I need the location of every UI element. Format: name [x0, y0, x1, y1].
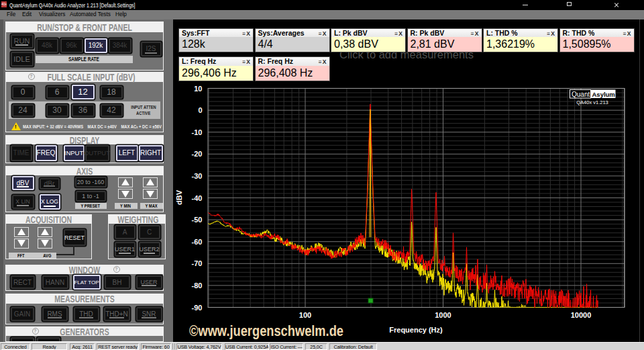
svg-text:QA40x v1.213: QA40x v1.213	[576, 99, 608, 105]
svg-text:-70: -70	[192, 259, 203, 267]
svg-text:0: 0	[198, 106, 202, 114]
svg-text:Quant: Quant	[572, 91, 590, 98]
svg-text:10000: 10000	[571, 311, 592, 319]
svg-text:dBV: dBV	[175, 189, 183, 205]
svg-text:©www.juergenschwelm.de: ©www.juergenschwelm.de	[189, 323, 343, 339]
svg-text:-20: -20	[192, 150, 203, 158]
svg-text:Frequency (Hz): Frequency (Hz)	[389, 326, 443, 334]
svg-text:-10: -10	[192, 128, 203, 136]
svg-text:100: 100	[299, 311, 311, 319]
svg-text:Asylum: Asylum	[592, 91, 615, 98]
svg-text:1000: 1000	[435, 311, 451, 319]
svg-text:-30: -30	[192, 172, 203, 180]
svg-text:10: 10	[194, 85, 202, 93]
svg-text:-90: -90	[192, 304, 203, 312]
svg-text:-80: -80	[192, 281, 203, 290]
svg-text:-50: -50	[192, 216, 203, 224]
svg-text:-60: -60	[192, 238, 203, 246]
svg-text:-40: -40	[192, 194, 203, 202]
